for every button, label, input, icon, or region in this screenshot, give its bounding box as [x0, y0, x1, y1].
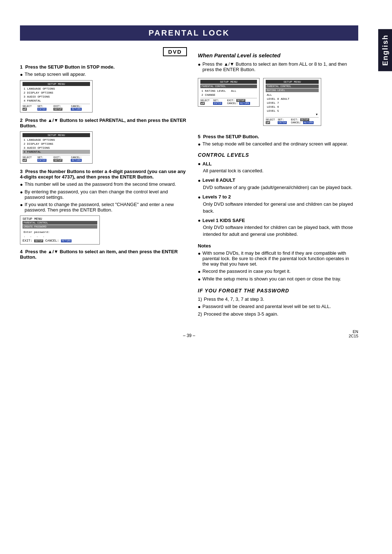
parental-screen2-subtitle2: RATING LEVEL: [266, 89, 319, 92]
bullet-icon: ●: [20, 202, 23, 208]
page-number: – 39 –: [183, 333, 195, 338]
level-8-title: ● Level 8 ADULT: [198, 177, 354, 183]
bullet-icon: ●: [20, 182, 23, 187]
step2-number: 2: [20, 118, 23, 123]
step3-bullet1-text: This number will be used as the password…: [25, 181, 176, 187]
forget-item1: 1) Press the 4, 7, 3, 7 at step 3.: [198, 296, 354, 302]
step4-container: 4 Press the ▲/▼ Buttons to select an ite…: [20, 249, 187, 260]
screen1-item3: 3 AUDIO OPTIONS: [23, 95, 90, 99]
forget-item1-num: 1): [198, 296, 202, 302]
parental-screen1-bottom: SELECT ▲▼ SET: ENTER EXIT: SETUP CANCEL:…: [200, 98, 257, 105]
note2: ● Record the password in case you forget…: [198, 268, 354, 274]
step2-text: Press the ▲/▼ Buttons to select PARENTAL…: [20, 118, 186, 128]
dvd-badge: DVD: [163, 47, 187, 56]
screen3-exit: EXIT: SETUP: [23, 239, 43, 243]
screen3-subtitle2: CREATE PASSWORD: [23, 225, 97, 229]
note2-text: Record the password in case you forget i…: [203, 268, 291, 274]
step4-number: 4: [20, 249, 23, 254]
parental-screen1-item2: 2 CHANGE: [200, 93, 257, 97]
level-7to2-label: Levels 7 to 2: [203, 194, 231, 200]
notes-title: Notes: [198, 243, 354, 249]
step2-heading: 2 Press the ▲/▼ Buttons to select PARENT…: [20, 118, 187, 128]
screen3-mockup: SETUP MENU PARENTAL CONTROL CREATE PASSW…: [20, 216, 100, 245]
ps2-bottom: SELECT ▲▼ SET: ENTER EXIT: SETUP CANCEL:…: [266, 117, 319, 124]
screen2-item1: 1 LANGUAGE OPTIONS: [23, 138, 90, 142]
bullet-icon: ●: [198, 251, 201, 256]
screen1-exit: EXIT: SETUP: [53, 105, 69, 111]
step5-bullet: ● The setup mode will be cancelled and t…: [198, 141, 354, 147]
step1-bullet: ● The setup screen will appear.: [20, 71, 187, 77]
page-code: EN2C15: [349, 329, 358, 338]
ps1-select: SELECT ▲▼: [200, 99, 211, 105]
level-1-title: ● Level 1 KIDS SAFE: [198, 217, 354, 223]
parental-screen-pair: SETUP MENU PARENTAL CONTROL 1 RATING LEV…: [198, 75, 354, 129]
right-column: When Parental Level is selected ● Press …: [198, 47, 354, 319]
note3-text: While the setup menu is shown you can no…: [203, 276, 341, 282]
forget-item2-text: Proceed the above steps 3-5 again.: [204, 311, 278, 317]
step3-text: Press the Number Buttons to enter a 4-di…: [20, 169, 186, 180]
bullet-icon: ●: [198, 218, 201, 223]
step1-number: 1: [20, 64, 23, 70]
page-bottom: – 39 – EN2C15: [20, 333, 358, 338]
ps2-item-7: LEVEL 7: [266, 101, 319, 105]
screen3-title: SETUP MENU: [23, 217, 97, 221]
screen3-dots: · · · ·: [23, 234, 97, 239]
forget-bullet-text: Password will be cleared and parental le…: [203, 304, 331, 309]
level-8-desc: DVD software of any grade (adult/general…: [203, 184, 354, 191]
ps2-set: SET: ENTER: [278, 118, 289, 124]
forget-item2: 2) Proceed the above steps 3-5 again.: [198, 311, 354, 317]
step3-heading: 3 Press the Number Buttons to enter a 4-…: [20, 169, 187, 180]
when-bullet: ● Press the ▲/▼ Buttons to select an ite…: [198, 61, 354, 72]
bullet-icon: ●: [198, 141, 201, 147]
step3-bullet2: ● By entering the password, you can then…: [20, 189, 187, 200]
screen2-title: SETUP MENU: [23, 133, 90, 137]
screen3-bottom: EXIT: SETUP CANCEL: RETURN: [23, 239, 97, 243]
bullet-icon: ●: [20, 72, 23, 77]
step3-bullet2-text: By entering the password, you can then c…: [25, 189, 187, 200]
level-all-title: ● ALL: [198, 161, 354, 167]
screen1-set: SET: ENTER: [37, 105, 51, 111]
ps2-select: SELECT ▲▼: [266, 118, 275, 124]
step3-number: 3: [20, 169, 23, 174]
bullet-icon: ●: [198, 304, 201, 309]
bullet-icon: ●: [198, 276, 201, 282]
note3: ● While the setup menu is shown you can …: [198, 276, 354, 282]
bullet-icon: ●: [198, 269, 201, 274]
screen2-select: SELECT ▲▼: [23, 156, 35, 162]
forget-item1-text: Press the 4, 7, 3, 7 at step 3.: [204, 296, 264, 302]
screen3-cancel: CANCEL: RETURN: [45, 239, 72, 243]
level-all-label: ALL: [203, 161, 212, 167]
step5-bullet-text: The setup mode will be cancelled and the…: [203, 141, 348, 147]
parental-screen2: SETUP MENU PARENTAL CONTROL RATING LEVEL…: [263, 78, 321, 126]
ps1-set: SET: ENTER: [213, 99, 225, 105]
step1-heading: 1 Press the SETUP Button in STOP mode.: [20, 64, 187, 70]
screen2-set: SET: ENTER: [37, 156, 51, 162]
bullet-icon: ●: [198, 161, 201, 167]
parental-screen2-subtitle: PARENTAL CONTROL: [266, 85, 319, 88]
ps2-item-all: ALL: [266, 93, 319, 97]
screen1-item4: 4 PARENTAL: [23, 99, 90, 103]
level-8-label: Level 8 ADULT: [203, 177, 235, 183]
step5-text: Press the SETUP Button.: [203, 134, 259, 139]
parental-screen1: SETUP MENU PARENTAL CONTROL 1 RATING LEV…: [198, 78, 260, 107]
screen2-item4-selected: 4 PARENTAL: [23, 150, 90, 154]
screen2-cancel: CANCEL: RETURN: [71, 156, 90, 162]
when-bullet-text: Press the ▲/▼ Buttons to select an item …: [203, 61, 354, 72]
step4-heading: 4 Press the ▲/▼ Buttons to select an ite…: [20, 249, 187, 260]
ps2-exit: EXIT: SETUP CANCEL: RETURN: [291, 118, 319, 124]
english-tab: English: [378, 29, 392, 71]
ps2-item-8adult: LEVEL 8 ADULT: [266, 97, 319, 101]
forget-item2-num: 2): [198, 311, 202, 317]
step5-number: 5: [198, 134, 200, 139]
level-1-label: Level 1 KIDS SAFE: [203, 218, 245, 223]
step1-text: Press the SETUP Button in STOP mode.: [25, 64, 114, 70]
ps2-item-5: LEVEL 5: [266, 109, 319, 113]
ps1-exit: EXIT: SETUP CANCEL: RETURN: [227, 99, 257, 105]
when-parental-heading: When Parental Level is selected: [198, 52, 354, 58]
screen1-bottom: SELECT ▲▼ SET: ENTER EXIT: SETUP CANCEL:…: [23, 104, 90, 111]
screen2-item3: 3 AUDIO OPTIONS: [23, 146, 90, 150]
screen1-item2: 2 DISPLAY OPTIONS: [23, 91, 90, 95]
screen1-item1: 1 LANGUAGE OPTIONS: [23, 87, 90, 91]
screen1-select: SELECT ▲▼: [23, 105, 35, 111]
bullet-icon: ●: [198, 178, 201, 183]
